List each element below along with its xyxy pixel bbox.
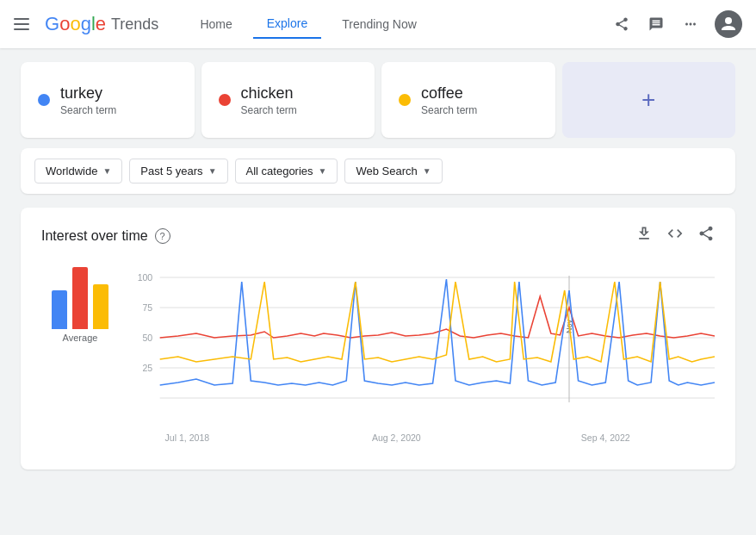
chart-share-icon[interactable] xyxy=(697,225,715,246)
time-filter-label: Past 5 years xyxy=(140,165,202,177)
trends-wordmark: Trends xyxy=(111,16,158,34)
svg-text:Jul 1, 2018: Jul 1, 2018 xyxy=(165,433,210,443)
time-filter[interactable]: Past 5 years ▼ xyxy=(129,159,227,184)
feedback-icon[interactable] xyxy=(646,14,666,34)
turkey-info: turkey Search term xyxy=(60,84,116,116)
region-chevron-icon: ▼ xyxy=(102,166,111,176)
average-bar-coffee xyxy=(93,284,108,329)
average-label: Average xyxy=(63,333,98,343)
average-bar-chart xyxy=(52,260,108,329)
main-content: turkey Search term chicken Search term c… xyxy=(0,48,756,483)
add-term-button[interactable]: + xyxy=(562,62,736,138)
coffee-type: Search term xyxy=(421,104,477,116)
header-left: Google Trends xyxy=(14,13,158,35)
coffee-name: coffee xyxy=(421,84,477,103)
chart-actions xyxy=(635,225,715,246)
region-filter[interactable]: Worldwide ▼ xyxy=(34,159,122,184)
line-chart-svg: 100 75 50 25 Jul 1, 2018 Aug 2, 2020 Sep… xyxy=(133,260,715,450)
svg-text:Aug 2, 2020: Aug 2, 2020 xyxy=(372,433,421,443)
svg-text:Sep 4, 2022: Sep 4, 2022 xyxy=(581,433,630,443)
average-bar-chicken xyxy=(72,267,88,329)
interest-over-time-card: Interest over time ? xyxy=(21,208,735,470)
chart-sidebar: Average xyxy=(41,260,119,452)
add-term-plus-icon: + xyxy=(641,86,655,114)
time-chevron-icon: ▼ xyxy=(208,166,217,176)
apps-grid-icon[interactable] xyxy=(680,14,701,34)
region-filter-label: Worldwide xyxy=(46,165,97,177)
header-right xyxy=(611,10,742,38)
svg-text:75: 75 xyxy=(143,303,153,313)
chart-main: 100 75 50 25 Jul 1, 2018 Aug 2, 2020 Sep… xyxy=(133,260,715,452)
search-type-chevron-icon: ▼ xyxy=(423,166,431,176)
nav-item-explore[interactable]: Explore xyxy=(253,9,321,39)
chicken-type: Search term xyxy=(241,104,297,116)
search-type-filter-label: Web Search xyxy=(356,165,417,177)
chart-title-group: Interest over time ? xyxy=(41,228,170,244)
share-icon[interactable] xyxy=(611,14,632,34)
chicken-info: chicken Search term xyxy=(241,84,297,116)
svg-point-0 xyxy=(725,17,732,24)
average-bar-turkey xyxy=(52,290,67,329)
svg-text:50: 50 xyxy=(143,333,153,343)
turkey-color-dot xyxy=(38,94,50,106)
hamburger-menu-icon[interactable] xyxy=(14,14,34,34)
main-nav: Home Explore Trending Now xyxy=(186,9,430,39)
chart-help-icon[interactable]: ? xyxy=(155,228,170,244)
turkey-type: Search term xyxy=(60,104,116,116)
search-term-chicken[interactable]: chicken Search term xyxy=(201,62,375,138)
svg-text:25: 25 xyxy=(143,364,153,373)
svg-text:100: 100 xyxy=(138,273,153,283)
user-avatar[interactable] xyxy=(715,10,742,38)
search-type-filter[interactable]: Web Search ▼ xyxy=(344,159,442,184)
nav-item-home[interactable]: Home xyxy=(186,10,245,38)
chart-header: Interest over time ? xyxy=(41,225,715,246)
google-wordmark: Google xyxy=(45,13,106,35)
chart-title: Interest over time xyxy=(41,228,148,244)
chart-area: Average 100 75 50 25 Jul 1, 2 xyxy=(41,260,715,452)
download-icon[interactable] xyxy=(635,225,653,246)
coffee-info: coffee Search term xyxy=(421,84,477,116)
category-filter-label: All categories xyxy=(246,165,313,177)
search-term-coffee[interactable]: coffee Search term xyxy=(381,62,555,138)
search-term-turkey[interactable]: turkey Search term xyxy=(21,62,195,138)
search-terms-row: turkey Search term chicken Search term c… xyxy=(21,62,735,138)
turkey-name: turkey xyxy=(60,84,116,103)
filters-row: Worldwide ▼ Past 5 years ▼ All categorie… xyxy=(21,148,735,194)
header: Google Trends Home Explore Trending Now xyxy=(0,0,756,48)
google-trends-logo: Google Trends xyxy=(45,13,158,35)
coffee-color-dot xyxy=(399,94,411,106)
category-filter[interactable]: All categories ▼ xyxy=(235,159,338,184)
nav-item-trending[interactable]: Trending Now xyxy=(328,10,431,38)
embed-icon[interactable] xyxy=(666,225,684,246)
chicken-color-dot xyxy=(219,94,231,106)
chicken-name: chicken xyxy=(241,84,297,103)
category-chevron-icon: ▼ xyxy=(319,166,327,176)
